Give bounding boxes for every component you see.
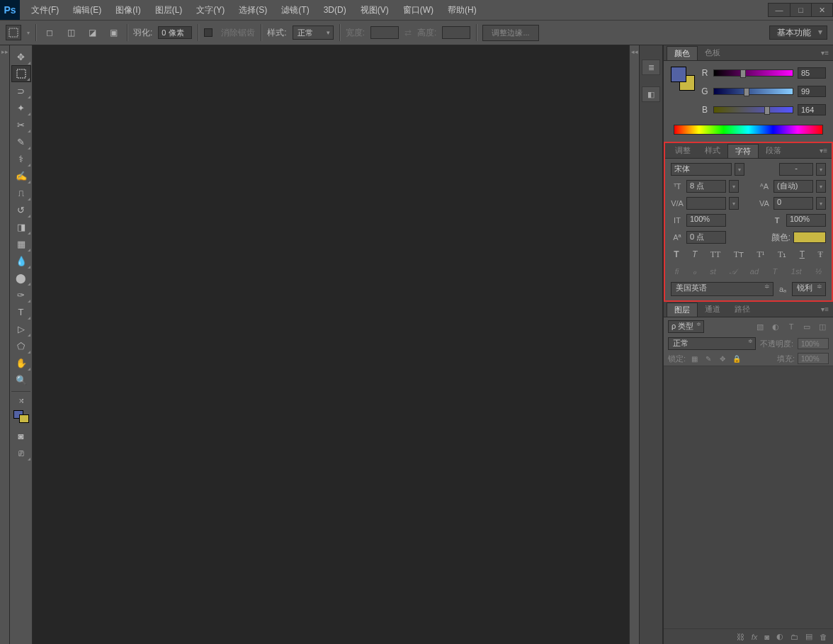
tab-adjustments[interactable]: 调整 xyxy=(668,144,698,158)
smallcaps-button[interactable]: Tᴛ xyxy=(734,249,744,260)
layer-mask-icon[interactable]: ◙ xyxy=(764,633,769,641)
color-swatch-box[interactable] xyxy=(671,67,695,91)
color-swatches[interactable] xyxy=(11,406,31,427)
stamp-tool[interactable]: ⎍ xyxy=(11,184,31,201)
feather-input[interactable]: 0 像素 xyxy=(158,26,192,39)
tab-character[interactable]: 字符 xyxy=(727,144,759,158)
minimize-button[interactable]: — xyxy=(769,4,790,16)
workspace-select[interactable]: 基本功能 xyxy=(769,26,827,40)
ordinals-icon[interactable]: T xyxy=(773,267,778,276)
halfwidths-icon[interactable]: ½ xyxy=(815,267,822,276)
eyedropper-tool[interactable]: ✎ xyxy=(11,133,31,150)
menu-file[interactable]: 文件(F) xyxy=(24,0,66,20)
allcaps-button[interactable]: TT xyxy=(710,249,721,260)
menu-image[interactable]: 图像(I) xyxy=(108,0,147,20)
kerning-input[interactable] xyxy=(686,197,726,210)
g-value[interactable]: 99 xyxy=(798,86,826,97)
tab-swatches[interactable]: 色板 xyxy=(698,46,727,60)
font-style-dropdown[interactable]: ▾ xyxy=(816,163,826,176)
healing-tool[interactable]: ⚕ xyxy=(11,150,31,167)
menu-filter[interactable]: 滤镜(T) xyxy=(274,0,316,20)
subscript-button[interactable]: T₁ xyxy=(778,249,786,260)
delete-layer-icon[interactable]: 🗑 xyxy=(820,633,827,641)
history-panel-icon[interactable]: ≣ xyxy=(642,60,660,75)
tab-paths[interactable]: 路径 xyxy=(727,303,757,317)
tab-paragraph[interactable]: 段落 xyxy=(759,144,788,158)
menu-type[interactable]: 文字(Y) xyxy=(189,0,232,20)
history-brush-tool[interactable]: ↺ xyxy=(11,201,31,218)
refine-edge-button[interactable]: 调整边缘... xyxy=(482,25,538,41)
crop-tool[interactable]: ✂ xyxy=(11,116,31,133)
marquee-tool[interactable] xyxy=(11,65,31,82)
leading-dropdown[interactable]: ▾ xyxy=(816,180,826,193)
maximize-button[interactable]: □ xyxy=(790,4,811,16)
font-size-input[interactable]: 8 点 xyxy=(686,180,726,193)
adjustment-layer-icon[interactable]: ◐ xyxy=(776,632,783,641)
panel-menu-icon[interactable]: ▾≡ xyxy=(821,49,829,57)
dodge-tool[interactable]: ⬤ xyxy=(11,269,31,286)
blur-tool[interactable]: 💧 xyxy=(11,252,31,269)
hscale-input[interactable]: 100% xyxy=(786,214,826,227)
selection-add-icon[interactable]: ◫ xyxy=(63,25,79,40)
font-family-select[interactable]: 宋体 xyxy=(671,163,732,176)
tracking-input[interactable]: 0 xyxy=(774,197,813,210)
filter-pixel-icon[interactable]: ▧ xyxy=(754,321,766,332)
ligatures-icon[interactable]: fi xyxy=(675,267,679,276)
blend-mode-select[interactable]: 正常 xyxy=(668,337,756,350)
current-tool-preset[interactable] xyxy=(6,25,21,40)
stylistic-icon[interactable]: st xyxy=(710,267,716,276)
lock-all-icon[interactable]: 🔒 xyxy=(731,353,742,364)
filter-shape-icon[interactable]: ▭ xyxy=(800,321,813,332)
properties-panel-icon[interactable]: ◧ xyxy=(642,86,660,102)
r-value[interactable]: 85 xyxy=(798,67,826,79)
zoom-tool[interactable]: 🔍 xyxy=(11,371,31,388)
new-layer-icon[interactable]: ▤ xyxy=(805,632,812,641)
menu-help[interactable]: 帮助(H) xyxy=(441,0,484,20)
type-tool[interactable]: T xyxy=(11,303,31,320)
font-style-select[interactable]: - xyxy=(779,163,813,176)
filter-adjust-icon[interactable]: ◐ xyxy=(769,321,782,332)
selection-intersect-icon[interactable]: ▣ xyxy=(106,25,121,40)
pen-tool[interactable]: ✑ xyxy=(11,286,31,303)
anti-alias-select[interactable]: 锐利 xyxy=(792,282,826,296)
menu-edit[interactable]: 编辑(E) xyxy=(66,0,108,20)
close-button[interactable]: ✕ xyxy=(811,4,832,16)
italic-button[interactable]: T xyxy=(692,249,697,260)
leading-input[interactable]: (自动) xyxy=(774,180,813,193)
tab-layers[interactable]: 图层 xyxy=(667,303,698,317)
style-select[interactable]: 正常 xyxy=(293,26,334,40)
vscale-input[interactable]: 100% xyxy=(686,214,726,227)
swash-icon[interactable]: 𝒜 xyxy=(730,267,736,276)
r-slider[interactable] xyxy=(713,69,793,77)
toolbox-collapse[interactable]: ▸▸ xyxy=(0,45,10,644)
filter-smart-icon[interactable]: ◫ xyxy=(816,321,829,332)
language-select[interactable]: 美国英语 xyxy=(671,282,774,296)
g-slider[interactable] xyxy=(713,88,793,95)
filter-kind-select[interactable]: ρ 类型 xyxy=(668,320,704,333)
fractions-icon[interactable]: 1st xyxy=(791,267,802,276)
hand-tool[interactable]: ✋ xyxy=(11,354,31,371)
lock-transparent-icon[interactable]: ▦ xyxy=(688,353,700,364)
superscript-button[interactable]: T¹ xyxy=(757,249,765,260)
font-family-dropdown[interactable]: ▾ xyxy=(735,163,744,176)
titling-icon[interactable]: ad xyxy=(750,267,759,276)
panel-menu-icon[interactable]: ▾≡ xyxy=(820,147,827,154)
foreground-color-swatch[interactable] xyxy=(671,67,686,82)
layer-fx-icon[interactable]: fx xyxy=(752,633,758,641)
tracking-dropdown[interactable]: ▾ xyxy=(816,197,826,210)
brush-tool[interactable]: ✍ xyxy=(11,167,31,184)
path-select-tool[interactable]: ▷ xyxy=(11,320,31,337)
lock-pixels-icon[interactable]: ✎ xyxy=(703,353,714,364)
group-icon[interactable]: 🗀 xyxy=(790,633,798,641)
hue-strip[interactable] xyxy=(674,125,823,135)
text-color-swatch[interactable] xyxy=(793,232,826,243)
b-value[interactable]: 164 xyxy=(798,104,826,115)
strikethrough-button[interactable]: Ŧ xyxy=(817,249,822,260)
lasso-tool[interactable]: ⊃ xyxy=(11,82,31,99)
menu-select[interactable]: 选择(S) xyxy=(232,0,274,20)
link-layers-icon[interactable]: ⛓ xyxy=(737,633,744,641)
bold-button[interactable]: T xyxy=(674,249,679,260)
selection-subtract-icon[interactable]: ◪ xyxy=(84,25,100,40)
font-size-dropdown[interactable]: ▾ xyxy=(729,180,739,193)
wand-tool[interactable]: ✦ xyxy=(11,99,31,116)
